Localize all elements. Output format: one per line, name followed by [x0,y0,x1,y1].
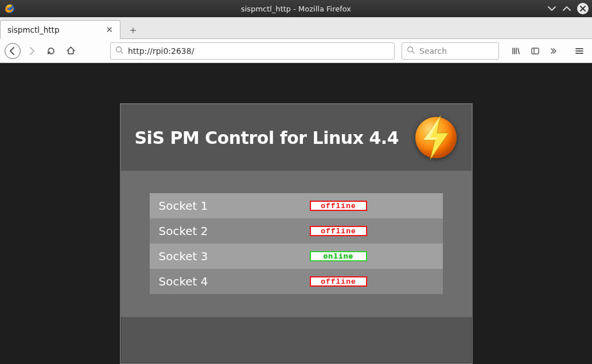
socket-row[interactable]: Socket 2 offline [150,218,443,244]
page-viewport: SiS PM Control for Linux 4.4 Socket 1 of… [0,63,592,364]
socket-row[interactable]: Socket 4 offline [150,269,443,294]
status-badge: offline [310,201,367,211]
tab-close-icon[interactable]: ✕ [103,25,115,36]
maximize-icon[interactable] [562,4,571,13]
search-icon [115,45,123,56]
control-panel: SiS PM Control for Linux 4.4 Socket 1 of… [120,103,473,364]
tab-label: sispmctl_http [7,25,99,34]
status-badge: offline [310,226,367,236]
window-title: sispmctl_http - Mozilla Firefox [241,5,351,13]
browser-tab[interactable]: sispmctl_http ✕ [0,20,120,39]
minimize-icon[interactable] [547,4,556,13]
panel-title: SiS PM Control for Linux 4.4 [135,128,399,148]
socket-table: Socket 1 offline Socket 2 offline Socket… [150,193,443,294]
lightning-icon [413,115,459,161]
forward-button[interactable] [23,42,40,60]
nav-toolbar: http://rpi0:2638/ Search [0,39,592,63]
reload-button[interactable] [42,42,60,60]
svg-line-4 [412,52,415,54]
socket-name: Socket 2 [159,224,310,238]
url-bar[interactable]: http://rpi0:2638/ [110,42,395,60]
hamburger-menu-button[interactable] [571,43,587,59]
search-bar[interactable]: Search [402,42,499,60]
status-badge: offline [310,276,367,287]
sidebar-icon[interactable] [527,42,544,60]
close-window-button[interactable] [577,3,589,14]
status-badge: online [310,251,367,261]
search-icon [407,46,415,56]
search-placeholder: Search [419,46,447,56]
library-icon[interactable] [507,42,524,60]
tab-strip: sispmctl_http ✕ ＋ [0,17,592,39]
socket-row[interactable]: Socket 1 offline [150,193,443,218]
socket-name: Socket 4 [159,275,310,288]
back-button[interactable] [5,43,21,59]
svg-rect-5 [532,48,539,54]
window-titlebar: sispmctl_http - Mozilla Firefox [0,0,592,17]
svg-line-2 [121,52,123,54]
socket-name: Socket 1 [159,199,310,213]
socket-name: Socket 3 [159,249,310,263]
firefox-icon [5,3,15,14]
url-text: http://rpi0:2638/ [128,46,390,56]
home-button[interactable] [62,42,79,60]
new-tab-button[interactable]: ＋ [124,21,142,38]
socket-row[interactable]: Socket 3 online [150,244,443,269]
overflow-icon[interactable] [546,42,563,60]
